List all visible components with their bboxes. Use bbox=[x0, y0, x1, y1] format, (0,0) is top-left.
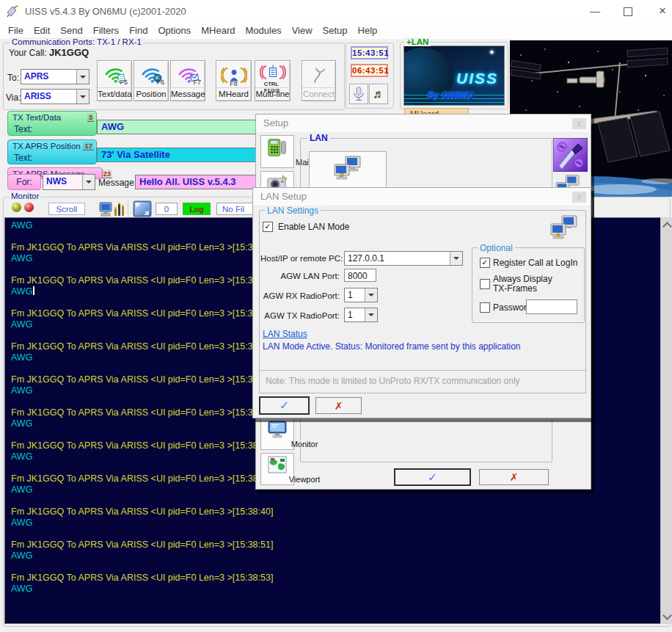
menu-item-mheard[interactable]: MHeard bbox=[201, 25, 235, 36]
register-call-checkbox[interactable]: ✓ bbox=[480, 258, 490, 268]
scroll-button[interactable]: Scroll bbox=[48, 203, 85, 215]
to-label: To: bbox=[7, 73, 19, 83]
resize-monitor-button[interactable] bbox=[133, 200, 152, 217]
tx-message-for-chip: For: bbox=[7, 174, 41, 190]
sound-button[interactable]: ♬ bbox=[369, 84, 388, 104]
menu-item-view[interactable]: View bbox=[292, 25, 313, 36]
fkey-label: F6 bbox=[156, 79, 164, 86]
fkey-label: F8 bbox=[230, 80, 238, 87]
log-frame-line: Fm JK1GGQ To APRS Via ARISS <UI pid=F0 L… bbox=[11, 573, 660, 584]
setup-title-bar[interactable]: Setup bbox=[256, 115, 591, 133]
log-on-button[interactable]: Log ON bbox=[183, 203, 211, 215]
monitor-counter: 0 bbox=[156, 203, 178, 215]
music-notes-icon: ♬ bbox=[373, 87, 384, 101]
position-label: Position bbox=[134, 87, 168, 101]
sidebar-viewport-label: Viewport bbox=[288, 475, 321, 484]
setup-cancel-button[interactable]: ✗ bbox=[479, 469, 549, 485]
host-combobox[interactable]: 127.0.0.1 bbox=[344, 251, 463, 266]
monitor-settings-button[interactable] bbox=[98, 200, 126, 219]
mheard-button[interactable]: F8 MHeard bbox=[216, 60, 252, 101]
scroll-up-icon[interactable] bbox=[662, 222, 672, 231]
microphone-icon bbox=[351, 85, 366, 103]
tx-text-legend: TX Text/Data bbox=[12, 113, 61, 122]
tx-port-combobox[interactable]: 1 bbox=[344, 308, 378, 322]
menu-item-file[interactable]: File bbox=[8, 25, 23, 36]
menu-item-send[interactable]: Send bbox=[60, 25, 82, 36]
log-blank-line bbox=[11, 529, 660, 540]
lan-port-label: AGW LAN Port: bbox=[260, 272, 340, 280]
menu-item-setup[interactable]: Setup bbox=[323, 25, 348, 36]
sidebar-item-viewport[interactable]: Viewport bbox=[260, 453, 294, 485]
maximize-button[interactable] bbox=[613, 0, 643, 22]
chevron-down-icon[interactable] bbox=[450, 252, 462, 265]
chevron-down-icon[interactable] bbox=[365, 308, 377, 322]
always-display-label-2: TX-Frames bbox=[493, 283, 537, 294]
message-label: Message bbox=[171, 87, 205, 101]
lan-port-field[interactable]: 8000 bbox=[344, 269, 376, 282]
chevron-down-icon[interactable] bbox=[76, 70, 89, 84]
chevron-down-icon[interactable] bbox=[82, 175, 95, 189]
world-map-icon bbox=[266, 455, 288, 474]
app-icon bbox=[6, 4, 19, 18]
cancel-x-icon: ✗ bbox=[335, 400, 343, 412]
menu-item-options[interactable]: Options bbox=[158, 25, 191, 36]
setup-lan-legend: LAN bbox=[307, 133, 330, 143]
led-red bbox=[24, 203, 34, 212]
close-button[interactable]: × bbox=[647, 0, 672, 22]
scroll-down-icon[interactable] bbox=[662, 611, 672, 620]
via-label: Via: bbox=[6, 92, 21, 103]
your-call-label: Your Call: bbox=[9, 48, 47, 58]
rx-port-label: AGW RX RadioPort: bbox=[260, 291, 340, 300]
textdata-button[interactable]: F5 Text/data bbox=[97, 60, 132, 101]
lan-setup-title-bar[interactable]: LAN Setup bbox=[253, 188, 591, 206]
setup-close-button[interactable]: x bbox=[572, 118, 586, 129]
password-field[interactable] bbox=[526, 299, 577, 314]
lan-setup-close-button[interactable]: x bbox=[572, 192, 586, 203]
fkey-label: F5 bbox=[120, 79, 128, 86]
lan-cancel-button[interactable]: ✗ bbox=[315, 397, 362, 414]
to-value: APRS bbox=[21, 70, 76, 84]
via-combobox[interactable]: ARISS bbox=[21, 89, 90, 104]
tools-icon bbox=[553, 138, 588, 172]
tx-position-count: 17 bbox=[83, 142, 94, 150]
menu-item-help[interactable]: Help bbox=[358, 25, 378, 36]
menu-item-find[interactable]: Find bbox=[129, 25, 147, 36]
keypad-icon bbox=[266, 137, 288, 158]
enable-lan-checkbox[interactable]: ✓ bbox=[263, 222, 273, 232]
lan-ok-button[interactable]: ✓ bbox=[259, 396, 310, 415]
led-yellow bbox=[12, 203, 21, 212]
message-button[interactable]: F7 Message bbox=[170, 60, 205, 101]
password-checkbox[interactable] bbox=[480, 302, 490, 313]
for-combobox[interactable]: NWS bbox=[43, 174, 95, 190]
host-value: 127.0.0.1 bbox=[345, 252, 450, 265]
title-bar[interactable]: UISS v5.4.3 By ON6MU (c)2001-2020 — × bbox=[0, 0, 672, 22]
document-signal-icon bbox=[255, 62, 290, 82]
to-combobox[interactable]: APRS bbox=[21, 69, 90, 84]
monitor-scrollbar[interactable] bbox=[660, 217, 672, 624]
rx-port-value: 1 bbox=[345, 288, 365, 302]
lan-settings-legend: LAN Settings bbox=[265, 206, 321, 216]
connect-plug-icon bbox=[302, 62, 335, 88]
sidebar-item-monitor[interactable]: Monitor bbox=[260, 418, 294, 450]
menu-item-edit[interactable]: Edit bbox=[34, 25, 50, 36]
logo-title: UISS bbox=[456, 70, 498, 87]
lan-status-link[interactable]: LAN Status bbox=[263, 329, 307, 339]
your-call: Your Call: JK1GGQ bbox=[9, 47, 89, 58]
chevron-down-icon[interactable] bbox=[365, 288, 377, 302]
chevron-down-icon[interactable] bbox=[76, 90, 89, 103]
always-display-checkbox[interactable] bbox=[480, 279, 490, 289]
multiline-button[interactable]: CTRL F1/2/3 Multi-line bbox=[255, 60, 291, 101]
menu-item-modules[interactable]: Modules bbox=[245, 25, 281, 36]
log-frame-line: Fm JK1GGQ To APRS Via ARISS <UI pid=F0 L… bbox=[11, 506, 660, 517]
rx-port-combobox[interactable]: 1 bbox=[344, 288, 378, 302]
message-field-label: Message: bbox=[98, 178, 136, 188]
setup-ok-button[interactable]: ✓ bbox=[394, 468, 471, 486]
position-button[interactable]: F6 Position bbox=[134, 60, 169, 101]
clock-utc: 15:43:51 bbox=[351, 46, 388, 59]
lan-status-text: LAN Mode Active. Status: Monitored frame… bbox=[263, 341, 521, 352]
sidebar-item-main[interactable]: Main bbox=[260, 135, 294, 168]
menu-item-filters[interactable]: Filters bbox=[93, 25, 119, 36]
connect-button[interactable]: Connect bbox=[302, 60, 336, 101]
minimize-button[interactable]: — bbox=[580, 0, 610, 22]
voice-button[interactable] bbox=[349, 84, 368, 104]
